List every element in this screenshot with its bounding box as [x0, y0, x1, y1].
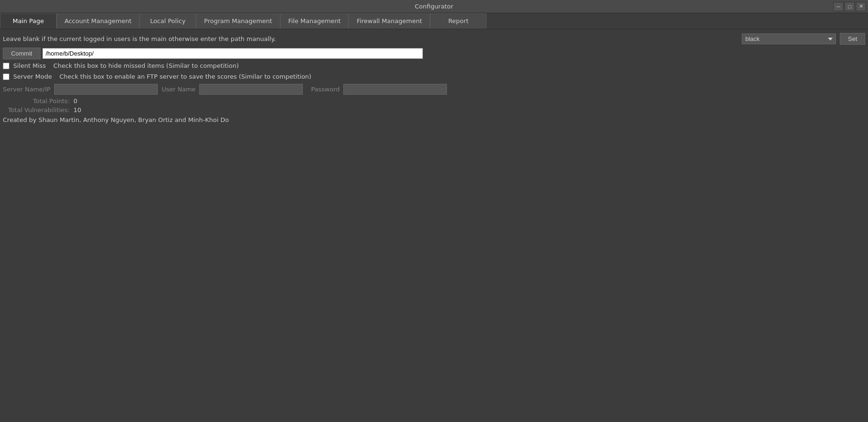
server-name-input[interactable] — [54, 84, 158, 95]
server-mode-description: Check this box to enable an FTP server t… — [59, 73, 311, 80]
silent-miss-description: Check this box to hide missed items (Sim… — [53, 62, 239, 69]
color-select[interactable]: black white red blue green — [742, 33, 836, 44]
total-vulnerabilities-value: 10 — [73, 106, 102, 114]
credits-text: Created by Shaun Martin, Anthony Nguyen,… — [3, 116, 229, 123]
tab-program-management[interactable]: Program Management — [196, 13, 280, 29]
info-text: Leave blank if the current logged in use… — [3, 35, 738, 42]
tab-bar: Main Page Account Management Local Polic… — [0, 13, 868, 29]
total-vulnerabilities-label: Total Vulnerabilities: — [3, 106, 73, 114]
info-bar: Leave blank if the current logged in use… — [2, 31, 866, 47]
commit-row: Commit — [2, 47, 866, 60]
window-title: Configurator — [415, 3, 454, 10]
path-input[interactable] — [42, 48, 423, 59]
minimize-button[interactable]: ─ — [833, 2, 844, 11]
silent-miss-checkbox[interactable] — [3, 63, 9, 69]
tab-main-page[interactable]: Main Page — [0, 13, 57, 29]
silent-miss-label: Silent Miss — [13, 62, 46, 69]
tab-firewall-management[interactable]: Firewall Management — [349, 13, 430, 29]
credits-row: Created by Shaun Martin, Anthony Nguyen,… — [2, 114, 866, 125]
main-window: Configurator ─ □ ✕ Main Page Account Man… — [0, 0, 868, 422]
title-bar-controls: ─ □ ✕ — [833, 2, 866, 11]
password-label: Password — [307, 86, 340, 93]
total-points-row: Total Points: 0 — [2, 97, 866, 106]
maximize-button[interactable]: □ — [844, 2, 855, 11]
total-points-label: Total Points: — [3, 97, 73, 105]
tab-report[interactable]: Report — [430, 13, 487, 29]
total-points-value: 0 — [73, 97, 102, 105]
tab-account-management[interactable]: Account Management — [57, 13, 139, 29]
commit-button[interactable]: Commit — [3, 48, 41, 59]
server-mode-row: Server Mode Check this box to enable an … — [2, 71, 866, 82]
server-mode-label: Server Mode — [13, 73, 52, 80]
total-vulnerabilities-row: Total Vulnerabilities: 10 — [2, 106, 866, 114]
silent-miss-row: Silent Miss Check this box to hide misse… — [2, 60, 866, 71]
close-button[interactable]: ✕ — [856, 2, 866, 11]
server-credentials-row: Server Name/IP User Name Password — [2, 82, 866, 97]
username-label: User Name — [162, 86, 195, 93]
server-mode-checkbox[interactable] — [3, 73, 9, 80]
server-name-label: Server Name/IP — [3, 86, 50, 93]
tab-local-policy[interactable]: Local Policy — [139, 13, 196, 29]
set-button[interactable]: Set — [840, 33, 865, 45]
tab-file-management[interactable]: File Management — [280, 13, 349, 29]
main-content: Leave blank if the current logged in use… — [0, 29, 868, 422]
title-bar: Configurator ─ □ ✕ — [0, 0, 868, 13]
password-input[interactable] — [343, 84, 447, 95]
username-input[interactable] — [199, 84, 303, 95]
